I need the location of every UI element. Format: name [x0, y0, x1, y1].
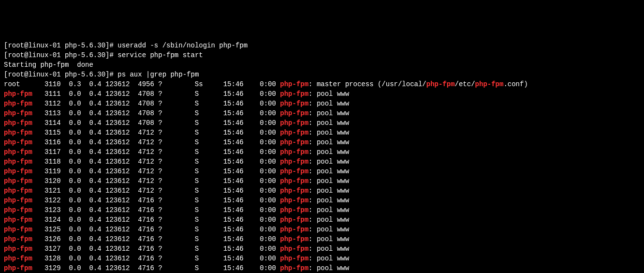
cmd-ps: [root@linux-01 php-5.6.30]# ps aux |grep… — [4, 70, 640, 79]
terminal-output: [root@linux-01 php-5.6.30]# useradd -s /… — [4, 41, 640, 273]
ps-row-worker: php-fpm 3114 0.0 0.4 123612 4708 ? S 15:… — [4, 118, 640, 128]
ps-row-master: root 3110 0.3 0.4 123612 4956 ? Ss 15:46… — [4, 79, 640, 89]
ps-row-worker: php-fpm 3117 0.0 0.4 123612 4712 ? S 15:… — [4, 147, 640, 157]
hl-user-php-fpm: php-fpm — [4, 255, 32, 262]
ps-row-worker: php-fpm 3124 0.0 0.4 123612 4716 ? S 15:… — [4, 215, 640, 225]
prompt: [root@linux-01 php-5.6.30]# — [4, 71, 114, 78]
hl-php-fpm: php-fpm — [475, 80, 504, 88]
hl-php-fpm: php-fpm — [280, 226, 308, 233]
hl-user-php-fpm: php-fpm — [4, 264, 32, 272]
hl-user-php-fpm: php-fpm — [4, 216, 32, 224]
hl-php-fpm: php-fpm — [280, 148, 308, 156]
ps-row-worker: php-fpm 3125 0.0 0.4 123612 4716 ? S 15:… — [4, 225, 640, 234]
ps-row-worker: php-fpm 3128 0.0 0.4 123612 4716 ? S 15:… — [4, 254, 640, 263]
service-output: Starting php-fpm done — [4, 60, 640, 70]
hl-php-fpm: php-fpm — [280, 255, 308, 262]
hl-user-php-fpm: php-fpm — [4, 138, 32, 146]
hl-php-fpm: php-fpm — [280, 264, 308, 272]
hl-user-php-fpm: php-fpm — [4, 129, 32, 136]
hl-user-php-fpm: php-fpm — [4, 167, 32, 175]
ps-row-worker: php-fpm 3118 0.0 0.4 123612 4712 ? S 15:… — [4, 157, 640, 167]
hl-php-fpm: php-fpm — [280, 167, 308, 175]
hl-php-fpm: php-fpm — [426, 80, 455, 88]
ps-row-worker: php-fpm 3121 0.0 0.4 123612 4712 ? S 15:… — [4, 186, 640, 196]
ps-row-worker: php-fpm 3116 0.0 0.4 123612 4712 ? S 15:… — [4, 137, 640, 147]
ps-row-worker: php-fpm 3111 0.0 0.4 123612 4708 ? S 15:… — [4, 89, 640, 99]
hl-user-php-fpm: php-fpm — [4, 100, 32, 107]
prompt: [root@linux-01 php-5.6.30]# — [4, 42, 114, 49]
hl-user-php-fpm: php-fpm — [4, 119, 32, 127]
cmd-service: [root@linux-01 php-5.6.30]# service php-… — [4, 50, 640, 60]
hl-php-fpm: php-fpm — [280, 158, 308, 166]
hl-php-fpm: php-fpm — [280, 119, 308, 127]
hl-php-fpm: php-fpm — [280, 197, 308, 204]
cmd-useradd: [root@linux-01 php-5.6.30]# useradd -s /… — [4, 41, 640, 50]
hl-user-php-fpm: php-fpm — [4, 197, 32, 204]
hl-php-fpm: php-fpm — [280, 80, 308, 88]
hl-user-php-fpm: php-fpm — [4, 90, 32, 98]
prompt: [root@linux-01 php-5.6.30]# — [4, 51, 114, 59]
hl-php-fpm: php-fpm — [280, 177, 308, 185]
ps-row-worker: php-fpm 3123 0.0 0.4 123612 4716 ? S 15:… — [4, 205, 640, 215]
ps-row-worker: php-fpm 3129 0.0 0.4 123612 4716 ? S 15:… — [4, 263, 640, 273]
hl-php-fpm: php-fpm — [280, 90, 308, 98]
hl-php-fpm: php-fpm — [280, 187, 308, 195]
hl-php-fpm: php-fpm — [280, 129, 308, 136]
ps-row-worker: php-fpm 3122 0.0 0.4 123612 4716 ? S 15:… — [4, 196, 640, 205]
cmd-text: useradd -s /sbin/nologin php-fpm — [117, 42, 248, 49]
hl-php-fpm: php-fpm — [280, 100, 308, 107]
hl-php-fpm: php-fpm — [280, 235, 308, 243]
hl-user-php-fpm: php-fpm — [4, 177, 32, 185]
ps-row-worker: php-fpm 3119 0.0 0.4 123612 4712 ? S 15:… — [4, 167, 640, 176]
cmd-text: service php-fpm start — [117, 51, 203, 59]
hl-php-fpm: php-fpm — [280, 216, 308, 224]
ps-row-worker: php-fpm 3127 0.0 0.4 123612 4716 ? S 15:… — [4, 244, 640, 254]
ps-row-worker: php-fpm 3126 0.0 0.4 123612 4716 ? S 15:… — [4, 234, 640, 244]
ps-row-worker: php-fpm 3115 0.0 0.4 123612 4712 ? S 15:… — [4, 128, 640, 137]
hl-user-php-fpm: php-fpm — [4, 148, 32, 156]
hl-user-php-fpm: php-fpm — [4, 158, 32, 166]
hl-php-fpm: php-fpm — [280, 109, 308, 117]
ps-row-worker: php-fpm 3120 0.0 0.4 123612 4712 ? S 15:… — [4, 176, 640, 186]
hl-user-php-fpm: php-fpm — [4, 206, 32, 214]
hl-php-fpm: php-fpm — [280, 138, 308, 146]
hl-user-php-fpm: php-fpm — [4, 226, 32, 233]
ps-row-worker: php-fpm 3113 0.0 0.4 123612 4708 ? S 15:… — [4, 108, 640, 118]
hl-user-php-fpm: php-fpm — [4, 245, 32, 253]
hl-php-fpm: php-fpm — [280, 206, 308, 214]
hl-user-php-fpm: php-fpm — [4, 109, 32, 117]
hl-php-fpm: php-fpm — [280, 245, 308, 253]
hl-user-php-fpm: php-fpm — [4, 235, 32, 243]
hl-user-php-fpm: php-fpm — [4, 187, 32, 195]
ps-row-worker: php-fpm 3112 0.0 0.4 123612 4708 ? S 15:… — [4, 99, 640, 108]
cmd-text: ps aux |grep php-fpm — [117, 71, 199, 78]
